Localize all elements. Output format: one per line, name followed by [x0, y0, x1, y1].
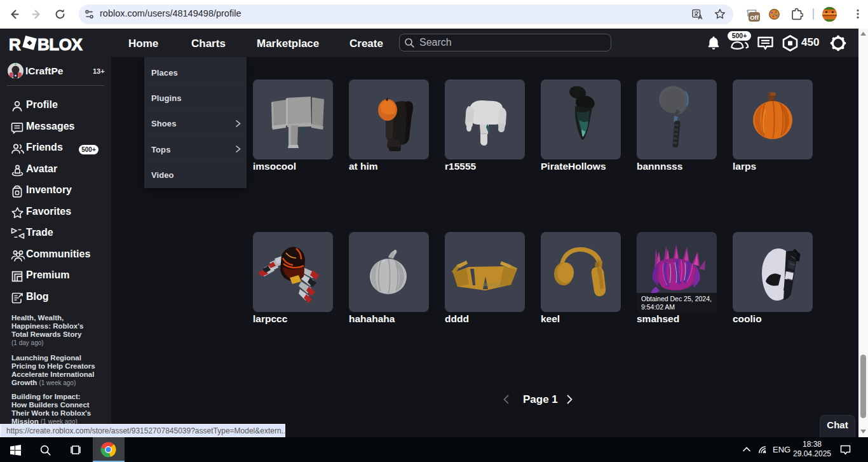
svg-text:Off: Off	[750, 14, 759, 21]
svg-text:clockwork: clockwork	[482, 282, 503, 289]
